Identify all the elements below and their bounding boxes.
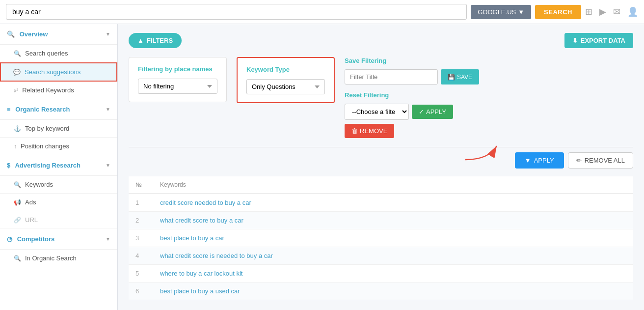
eraser-icon: ✏ bbox=[576, 157, 582, 164]
filter-panel-place: Filtering by place names No filtering In… bbox=[129, 57, 227, 102]
row-keyword[interactable]: what credit score to buy a car bbox=[153, 212, 633, 229]
filters-button[interactable]: ▲ FILTERS bbox=[129, 33, 182, 48]
filter-panel-keyword: Keyword Type All Only Questions Only Non… bbox=[237, 57, 335, 103]
grid-icon[interactable]: ⊞ bbox=[585, 6, 592, 17]
row-number: 6 bbox=[129, 282, 153, 300]
sidebar-item-search-queries[interactable]: 🔍 Search queries bbox=[0, 45, 117, 62]
sidebar-item-ads[interactable]: 📢 Ads bbox=[0, 194, 117, 211]
sidebar-item-search-suggestions[interactable]: 💬 Search suggestions bbox=[0, 62, 117, 82]
row-keyword[interactable]: credit score needed to buy a car bbox=[153, 194, 633, 212]
chevron-down-icon: ▼ bbox=[518, 8, 524, 16]
save-filtering-title: Save Filtering bbox=[345, 57, 479, 64]
remove-filter-button[interactable]: 🗑 REMOVE bbox=[345, 124, 394, 138]
url-icon: 🔗 bbox=[14, 217, 21, 224]
table-row: 5where to buy a car lockout kit bbox=[129, 265, 633, 282]
related-keywords-icon: x² bbox=[14, 87, 18, 93]
search-suggestions-icon: 💬 bbox=[13, 69, 21, 76]
row-keyword[interactable]: best place to buy a car bbox=[153, 229, 633, 247]
filter-apply-icon: ▼ bbox=[525, 157, 531, 164]
filter-icon: ▲ bbox=[137, 37, 144, 44]
sidebar-item-top-by-keyword[interactable]: ⚓ Top by keyword bbox=[0, 120, 117, 138]
col-num: № bbox=[129, 176, 153, 194]
reset-row: --Choose a filte ✓ APPLY bbox=[345, 104, 479, 120]
chevron-down-icon: ▼ bbox=[106, 163, 110, 168]
save-button[interactable]: 💾 SAVE bbox=[441, 69, 479, 85]
row-number: 1 bbox=[129, 194, 153, 212]
table-row: 3best place to buy a car bbox=[129, 229, 633, 247]
save-reset-panel: Save Filtering 💾 SAVE Reset Filtering --… bbox=[345, 57, 479, 138]
sidebar-competitors[interactable]: ◔ Competitors ▼ bbox=[0, 229, 117, 250]
google-us-button[interactable]: GOOGLE.US ▼ bbox=[471, 5, 531, 19]
filter-title-input[interactable] bbox=[345, 69, 438, 85]
anchor-icon: ⚓ bbox=[14, 125, 21, 132]
filter-keyword-title: Keyword Type bbox=[246, 66, 325, 73]
sidebar-item-position-changes[interactable]: ↑ Position changes bbox=[0, 138, 117, 155]
sidebar-item-keywords[interactable]: 🔍 Keywords bbox=[0, 176, 117, 194]
row-number: 4 bbox=[129, 247, 153, 265]
col-keywords: Keywords bbox=[153, 176, 633, 194]
row-number: 2 bbox=[129, 212, 153, 229]
row-number: 5 bbox=[129, 265, 153, 282]
overview-icon: 🔍 bbox=[7, 30, 15, 38]
main-content: ▲ FILTERS ⬇ EXPORT DATA Filtering by pla… bbox=[118, 24, 644, 310]
filter-place-select[interactable]: No filtering Include place names Exclude… bbox=[138, 79, 217, 94]
keyword-link[interactable]: credit score needed to buy a car bbox=[160, 199, 251, 206]
keyword-link[interactable]: best place to buy a car bbox=[160, 234, 224, 242]
save-icon: 💾 bbox=[448, 74, 455, 81]
results-table: № Keywords 1credit score needed to buy a… bbox=[129, 176, 633, 300]
search-queries-icon: 🔍 bbox=[14, 50, 21, 57]
row-keyword[interactable]: what credit score is needed to buy a car bbox=[153, 247, 633, 265]
search-button[interactable]: SEARCH bbox=[535, 5, 581, 19]
mail-icon[interactable]: ✉ bbox=[613, 6, 620, 17]
filter-place-title: Filtering by place names bbox=[138, 65, 217, 73]
sidebar-item-in-organic-search[interactable]: 🔍 In Organic Search bbox=[0, 250, 117, 267]
reset-filtering-title: Reset Filtering bbox=[345, 91, 479, 99]
table-row: 2what credit score to buy a car bbox=[129, 212, 633, 229]
filter-panels: Filtering by place names No filtering In… bbox=[129, 57, 633, 138]
keyword-link[interactable]: best place to buy a used car bbox=[160, 287, 240, 295]
video-icon[interactable]: ▶ bbox=[599, 6, 606, 17]
sidebar-organic-research[interactable]: ≡ Organic Research ▼ bbox=[0, 99, 117, 120]
filters-bar: ▲ FILTERS ⬇ EXPORT DATA bbox=[129, 33, 633, 48]
export-icon: ⬇ bbox=[572, 37, 578, 44]
search-input[interactable] bbox=[6, 4, 467, 20]
position-changes-icon: ↑ bbox=[14, 143, 17, 150]
topbar-icons: ⊞ ▶ ✉ 👤 bbox=[585, 6, 638, 17]
apply-filter-button[interactable]: ✓ APPLY bbox=[412, 105, 453, 119]
sidebar: 🔍 Overview ▼ 🔍 Search queries 💬 Search s… bbox=[0, 24, 118, 310]
filter-keyword-select[interactable]: All Only Questions Only Non-Questions bbox=[246, 79, 325, 94]
advertising-icon: $ bbox=[7, 162, 10, 169]
red-arrow-indicator bbox=[461, 138, 501, 164]
sidebar-overview[interactable]: 🔍 Overview ▼ bbox=[0, 24, 117, 45]
user-icon[interactable]: 👤 bbox=[627, 6, 638, 17]
keyword-link[interactable]: what credit score is needed to buy a car bbox=[160, 252, 273, 259]
save-row: 💾 SAVE bbox=[345, 69, 479, 85]
row-keyword[interactable]: where to buy a car lockout kit bbox=[153, 265, 633, 282]
layout: 🔍 Overview ▼ 🔍 Search queries 💬 Search s… bbox=[0, 24, 644, 310]
keyword-link[interactable]: where to buy a car lockout kit bbox=[160, 270, 242, 277]
chevron-down-icon: ▼ bbox=[106, 236, 110, 242]
in-organic-search-icon: 🔍 bbox=[14, 255, 21, 262]
sidebar-item-url[interactable]: 🔗 URL bbox=[0, 211, 117, 229]
ads-icon: 📢 bbox=[14, 199, 21, 206]
topbar: GOOGLE.US ▼ SEARCH ⊞ ▶ ✉ 👤 bbox=[0, 0, 644, 24]
table-row: 1credit score needed to buy a car bbox=[129, 194, 633, 212]
action-row: ▼ APPLY ✏ REMOVE ALL bbox=[129, 147, 633, 169]
keywords-icon: 🔍 bbox=[14, 181, 21, 188]
table-row: 4what credit score is needed to buy a ca… bbox=[129, 247, 633, 265]
keyword-link[interactable]: what credit score to buy a car bbox=[160, 217, 243, 224]
chevron-down-icon: ▼ bbox=[106, 31, 110, 37]
checkmark-icon: ✓ bbox=[419, 108, 424, 115]
organic-research-icon: ≡ bbox=[7, 106, 11, 113]
apply-main-button[interactable]: ▼ APPLY bbox=[515, 152, 564, 169]
row-keyword[interactable]: best place to buy a used car bbox=[153, 282, 633, 300]
sidebar-advertising-research[interactable]: $ Advertising Research ▼ bbox=[0, 155, 117, 176]
chevron-down-icon: ▼ bbox=[106, 107, 110, 112]
export-data-button[interactable]: ⬇ EXPORT DATA bbox=[564, 33, 633, 48]
remove-all-button[interactable]: ✏ REMOVE ALL bbox=[568, 152, 633, 169]
table-row: 6best place to buy a used car bbox=[129, 282, 633, 300]
trash-icon: 🗑 bbox=[351, 127, 358, 135]
row-number: 3 bbox=[129, 229, 153, 247]
choose-filter-select[interactable]: --Choose a filte bbox=[345, 104, 409, 120]
sidebar-item-related-keywords[interactable]: x² Related Keywords bbox=[0, 82, 117, 99]
